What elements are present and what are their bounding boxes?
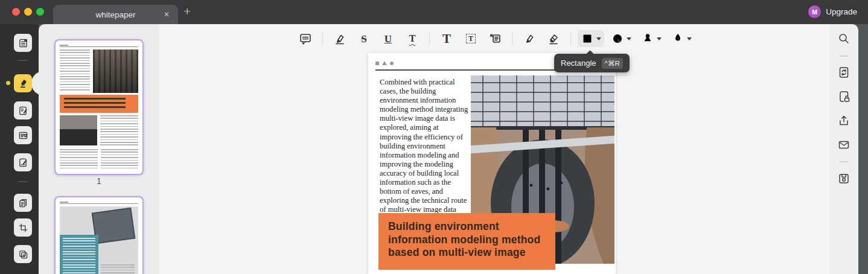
signature-page-icon (18, 158, 28, 168)
headline-line-2: information modeling method (388, 234, 546, 247)
strikethrough-tool-button[interactable]: S (357, 31, 371, 46)
document-tab[interactable]: whitepaper ✕ (53, 5, 178, 24)
annotation-toolbar: S U T T T (159, 24, 829, 53)
toolbar-divider (322, 33, 323, 45)
sidebar-item-markup[interactable] (14, 74, 32, 92)
convert-button[interactable] (837, 66, 850, 79)
sidebar-item-fill-sign[interactable] (14, 153, 32, 171)
tooltip-shortcut-badge: ^⌘R (602, 58, 623, 69)
search-button[interactable] (837, 32, 850, 45)
right-tool-rail (829, 24, 858, 274)
signature-pen-icon (671, 32, 685, 45)
toolbar-divider (570, 33, 571, 45)
upgrade-button[interactable]: Upgrade (826, 7, 857, 16)
sidebar-item-organize-pages[interactable] (14, 194, 32, 212)
headline-banner: Building environment information modelin… (378, 213, 555, 270)
sidebar-item-reader[interactable] (14, 34, 32, 52)
pencil-icon (523, 32, 536, 45)
chevron-down-icon (596, 37, 601, 40)
circle-glyph (390, 62, 394, 65)
avatar[interactable]: M (808, 5, 821, 18)
thumb-content (60, 149, 138, 170)
page-thumbnail-1[interactable] (54, 39, 144, 175)
pencil-tool-button[interactable] (522, 31, 537, 46)
eraser-tool-button[interactable] (546, 31, 561, 46)
stamp-tool-button[interactable] (641, 32, 662, 45)
sidebar-item-form[interactable] (14, 126, 32, 144)
zoom-window-button[interactable] (36, 8, 44, 16)
page-number-label: 1 (54, 176, 144, 186)
toolbar-divider (512, 33, 512, 45)
shapes-tool-button[interactable] (611, 32, 631, 45)
batch-icon (18, 249, 28, 260)
thumb-banner (60, 95, 138, 113)
convert-file-icon (837, 66, 850, 79)
text-box-tool-button[interactable]: T (464, 31, 478, 46)
close-window-button[interactable] (12, 8, 20, 16)
highlight-tool-button[interactable] (333, 31, 347, 46)
signature-tool-button[interactable] (671, 32, 692, 45)
sidebar-item-batch[interactable] (14, 245, 32, 263)
new-tab-button[interactable]: + (183, 4, 191, 19)
email-button[interactable] (837, 138, 850, 151)
body-paragraph: Combined with practical cases, the build… (380, 78, 468, 224)
lock-file-icon (837, 90, 850, 103)
search-icon (837, 32, 850, 45)
document-canvas: S U T T T (159, 24, 829, 274)
page-thumbnail-2[interactable] (54, 196, 144, 274)
thumb-text-block (100, 115, 138, 145)
squiggly-tool-button[interactable]: T (405, 31, 420, 46)
thumb-text-block (60, 149, 98, 168)
chevron-down-icon (687, 37, 692, 40)
sidebar-item-comment-edit[interactable] (14, 101, 32, 119)
minimize-window-button[interactable] (24, 8, 32, 16)
thumb-content (60, 115, 138, 147)
thumb-header (60, 45, 138, 47)
save-button[interactable] (837, 172, 850, 185)
callout-icon (488, 32, 502, 45)
rectangle-tooltip: Rectangle ^⌘R (554, 54, 630, 72)
traffic-lights (12, 8, 44, 16)
thumb-photo (93, 49, 138, 93)
strikethrough-icon: S (361, 34, 366, 44)
rail-divider (840, 56, 848, 57)
headline-line-3: based on multi-view image (388, 246, 546, 260)
app-window: whitepaper ✕ + M Upgrade (0, 0, 868, 274)
underline-tool-button[interactable]: U (381, 31, 395, 46)
text-tool-button[interactable]: T (439, 31, 454, 46)
protect-button[interactable] (837, 90, 850, 103)
underline-icon: U (385, 34, 392, 44)
chevron-down-icon (657, 37, 662, 40)
eraser-icon (547, 32, 560, 45)
active-tool-dot (6, 81, 10, 85)
thumbnail-panel: 1 (39, 24, 159, 274)
close-tab-icon[interactable]: ✕ (164, 10, 170, 19)
thumb-photo (60, 115, 97, 145)
toolbar-divider (429, 33, 430, 45)
pages-icon (18, 198, 28, 208)
share-icon (837, 114, 850, 127)
highlighter-icon (18, 78, 28, 89)
left-tool-dock (0, 24, 39, 274)
text-icon: T (442, 33, 451, 45)
title-bar: whitepaper ✕ + M Upgrade (0, 0, 868, 24)
thumb-banner-text (64, 98, 126, 110)
thumb-header (60, 202, 138, 204)
stamp-icon (641, 32, 654, 45)
triangle-glyph (382, 61, 387, 65)
sidebar-item-crop[interactable] (14, 218, 32, 237)
tab-title: whitepaper (95, 10, 135, 19)
callout-tool-button[interactable] (488, 31, 502, 46)
rectangle-tool-button[interactable] (578, 30, 604, 47)
square-glyph (375, 62, 379, 65)
form-icon (18, 130, 28, 141)
text-box-icon: T (466, 34, 476, 43)
thumb-content (60, 49, 138, 93)
dock-divider (18, 60, 28, 61)
pdf-page[interactable]: Combined with practical cases, the build… (368, 53, 616, 274)
share-button[interactable] (837, 114, 850, 127)
thumb-text-block (101, 264, 135, 274)
tooltip-label: Rectangle (561, 59, 596, 68)
note-tool-button[interactable] (298, 31, 313, 46)
page-ornament (375, 61, 394, 65)
